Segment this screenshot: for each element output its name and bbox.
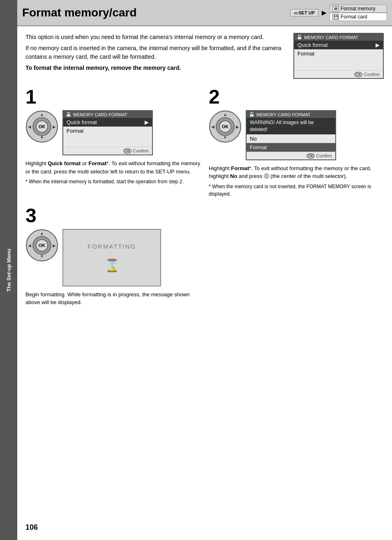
step-2-number: 2 <box>209 87 384 107</box>
step-1-format: Format <box>63 127 152 135</box>
page-number: 106 <box>25 523 38 532</box>
sidebar: The Set-up Menu <box>0 0 17 540</box>
step-1-screen: 💾 MEMORY CARD FORMAT Quick format ▶ Form… <box>62 110 153 155</box>
svg-text:▶: ▶ <box>53 125 56 129</box>
step-1-quick-format: Quick format ▶ <box>63 118 152 127</box>
step-1-screen-title: 💾 MEMORY CARD FORMAT <box>63 111 152 118</box>
main-content: Format memory/card ▭ SET UP ▶ 🏛 Format m… <box>17 0 392 540</box>
step-3-screen: FORMATTING ⌛ <box>62 229 161 286</box>
page-header: Format memory/card ▭ SET UP ▶ 🏛 Format m… <box>17 0 392 26</box>
step-3: 3 OK ▲ ▼ ◀ ▶ <box>25 206 205 307</box>
preview-screen-container: 💾 MEMORY CARD FORMAT Quick format ▶ Form… <box>293 33 384 79</box>
step-1-footnote: * When the internal memory is formatted,… <box>25 178 201 185</box>
preview-quick-format: Quick format ▶ <box>294 41 383 49</box>
intro-para2: If no memory card is inserted in the cam… <box>25 44 285 61</box>
memory-icon: 🏛 <box>332 6 339 12</box>
step-3-row: 3 OK ▲ ▼ ◀ ▶ <box>25 206 384 307</box>
intro-text-block: This option is used when you need to for… <box>25 33 285 79</box>
svg-text:OK: OK <box>39 124 46 129</box>
step-3-number: 3 <box>25 206 205 226</box>
menu-item-format-card[interactable]: 💾 Format card <box>330 13 387 21</box>
step-2-text: Highlight Format*. To exit without forma… <box>209 164 384 198</box>
step-2-content: OK ▲ ▼ ◀ ▶ 💾 MEMORY CARD FORMAT <box>209 110 384 160</box>
step-2-confirm: OK Confirm <box>247 152 335 159</box>
step-2-no: No <box>247 134 335 143</box>
svg-text:◀: ◀ <box>28 125 31 129</box>
header-nav: ▭ SET UP ▶ 🏛 Format memory 💾 Format card <box>290 5 387 21</box>
sidebar-label: The Set-up Menu <box>6 249 12 292</box>
step-1: 1 OK ▲ ▼ <box>25 87 201 198</box>
menu-label-format-memory: Format memory <box>341 6 376 12</box>
step-2-warning: WARNING! All images will be deleted! <box>247 118 335 134</box>
step-2: 2 OK ▲ ▼ ◀ ▶ <box>209 87 384 198</box>
preview-confirm: OK Confirm <box>294 70 383 78</box>
step-2-footnote: * When the memory card is not inserted, … <box>209 183 384 198</box>
ok-icon: OK <box>354 72 362 77</box>
formatting-label: FORMATTING <box>88 243 136 250</box>
svg-text:▼: ▼ <box>223 135 227 140</box>
hourglass-icon: ⌛ <box>104 258 120 272</box>
svg-text:▲: ▲ <box>223 112 227 117</box>
menu-label-format-card: Format card <box>341 14 367 20</box>
step-3-content: OK ▲ ▼ ◀ ▶ FORMATTING ⌛ <box>25 229 205 286</box>
svg-text:▶: ▶ <box>53 243 56 248</box>
step-2-screen-title: 💾 MEMORY CARD FORMAT <box>247 111 335 118</box>
svg-text:▲: ▲ <box>40 231 44 235</box>
svg-text:▼: ▼ <box>40 254 44 258</box>
step-1-confirm: OK Confirm <box>63 147 152 155</box>
step-2-screen: 💾 MEMORY CARD FORMAT WARNING! All images… <box>246 110 336 160</box>
menu-list: 🏛 Format memory 💾 Format card <box>330 5 387 21</box>
card-icon: 💾 <box>332 14 339 20</box>
intro-para1: This option is used when you need to for… <box>25 33 285 42</box>
preview-lcd-title: 💾 MEMORY CARD FORMAT <box>294 34 383 41</box>
page-title: Format memory/card <box>22 6 137 19</box>
arrow-icon: ▶ <box>322 9 326 16</box>
preview-memory-icon: 💾 <box>297 35 302 40</box>
svg-text:▲: ▲ <box>40 112 44 117</box>
intro-section: This option is used when you need to for… <box>25 33 384 79</box>
step-1-text: Highlight Quick format or Format*. To ex… <box>25 159 201 185</box>
step-3-text: Begin formatting. While formatting is in… <box>25 291 205 307</box>
svg-text:◀: ◀ <box>28 243 31 248</box>
step-1-number: 1 <box>25 87 201 107</box>
menu-item-format-memory[interactable]: 🏛 Format memory <box>330 5 387 13</box>
step-1-control-wheel: OK ▲ ▼ ◀ ▶ <box>25 110 58 143</box>
step-3-control-wheel: OK ▲ ▼ ◀ ▶ <box>25 229 58 262</box>
intro-bold-line: To format the internal memory, remove th… <box>25 64 285 72</box>
preview-format: Format <box>294 49 383 58</box>
preview-lcd-screen: 💾 MEMORY CARD FORMAT Quick format ▶ Form… <box>293 33 384 79</box>
svg-text:▶: ▶ <box>236 125 239 129</box>
step-1-content: OK ▲ ▼ ◀ ▶ 💾 MEMORY CARD FORMAT <box>25 110 201 155</box>
svg-text:OK: OK <box>39 243 46 248</box>
svg-text:OK: OK <box>222 124 229 129</box>
svg-text:◀: ◀ <box>211 125 214 129</box>
step-2-format: Format <box>247 143 335 152</box>
content-area: This option is used when you need to for… <box>17 26 392 313</box>
steps-row-1: 1 OK ▲ ▼ <box>25 87 384 198</box>
setup-label: SET UP <box>298 10 315 15</box>
setup-button[interactable]: ▭ SET UP <box>290 9 318 16</box>
step-2-control-wheel: OK ▲ ▼ ◀ ▶ <box>209 110 242 143</box>
svg-text:▼: ▼ <box>40 135 44 140</box>
